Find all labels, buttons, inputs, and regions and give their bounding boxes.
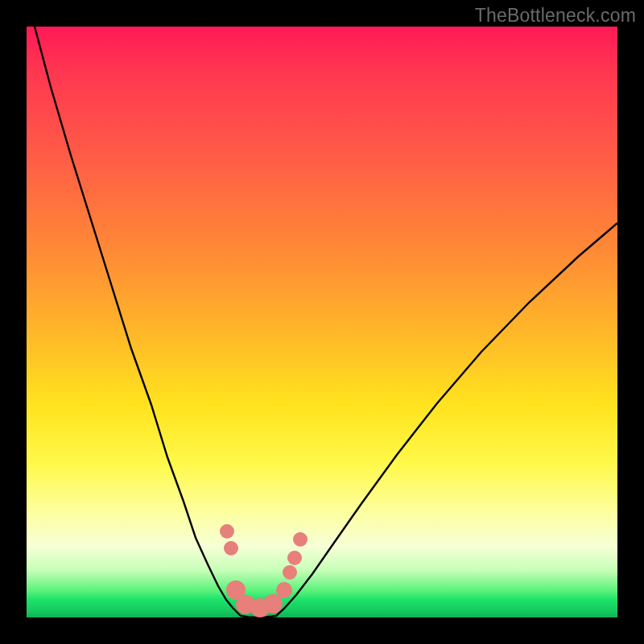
chart-svg-layer	[27, 27, 617, 617]
chart-frame: TheBottleneck.com	[0, 0, 644, 644]
curve-marker	[276, 582, 292, 598]
watermark-text: TheBottleneck.com	[475, 5, 636, 27]
curve-markers	[220, 524, 308, 617]
curve-marker	[263, 594, 283, 613]
curve-marker	[287, 551, 302, 565]
curve-marker	[220, 524, 234, 539]
curve-marker	[283, 565, 297, 580]
bottleneck-curve	[35, 27, 617, 617]
curve-marker	[224, 541, 238, 555]
curve-path	[35, 27, 617, 617]
curve-marker	[293, 532, 308, 547]
